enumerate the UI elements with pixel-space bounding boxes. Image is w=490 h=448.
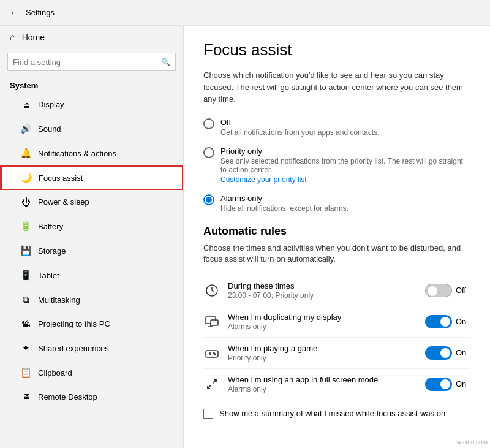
sidebar-item-tablet[interactable]: 📱 Tablet	[0, 263, 183, 287]
toggle-game[interactable]	[425, 346, 452, 360]
rule-text-game: When I'm playing a game Priority only	[228, 344, 425, 362]
sidebar-item-focus[interactable]: 🌙 Focus assist	[0, 165, 183, 190]
sidebar: ⌂ Home 🔍 System 🖥 Display 🔊 Sound 🔔 Noti…	[0, 26, 184, 448]
svg-rect-5	[206, 351, 218, 357]
remote-icon: 🖥	[20, 392, 32, 402]
summary-checkbox[interactable]	[203, 409, 213, 419]
sidebar-item-battery[interactable]: 🔋 Battery	[0, 214, 183, 238]
rules-list: During these times 23:00 - 07:00; Priori…	[203, 275, 470, 400]
sidebar-item-display[interactable]: 🖥 Display	[0, 93, 183, 116]
radio-link-priority[interactable]: Customize your priority list	[221, 175, 470, 184]
svg-rect-4	[211, 320, 218, 325]
fullscreen-icon	[203, 376, 221, 393]
radio-alarms[interactable]	[203, 194, 214, 205]
checkbox-row: Show me a summary of what I missed while…	[203, 408, 470, 419]
sidebar-home[interactable]: ⌂ Home	[0, 26, 183, 49]
notifications-icon: 🔔	[20, 148, 32, 159]
radio-label-priority: Priority only	[221, 146, 470, 156]
rule-text-fullscreen: When I'm using an app in full screen mod…	[228, 375, 425, 393]
sidebar-item-label-tablet: Tablet	[38, 271, 59, 280]
sidebar-item-label-shared: Shared experiences	[38, 344, 109, 353]
rule-name-duplicating: When I'm duplicating my display	[228, 313, 425, 322]
page-title: Focus assist	[203, 40, 470, 59]
radio-sublabel-priority: See only selected notifications from the…	[221, 157, 470, 174]
toggle-label-times: Off	[456, 286, 470, 295]
duplicating-icon	[203, 313, 221, 330]
tablet-icon: 📱	[20, 270, 32, 281]
rule-name-times: During these times	[228, 281, 425, 290]
sidebar-item-label-projecting: Projecting to this PC	[38, 319, 110, 328]
sidebar-item-label-notifications: Notifications & actions	[38, 149, 116, 158]
svg-point-9	[214, 354, 216, 355]
main-layout: ⌂ Home 🔍 System 🖥 Display 🔊 Sound 🔔 Noti…	[0, 26, 490, 448]
times-icon	[203, 282, 221, 299]
radio-label-off: Off	[221, 118, 379, 127]
toggle-times[interactable]	[425, 284, 452, 297]
radio-off[interactable]	[203, 118, 214, 129]
checkbox-label: Show me a summary of what I missed while…	[219, 408, 445, 419]
radio-text-off: OffGet all notifications from your apps …	[221, 118, 379, 137]
sidebar-items-list: 🖥 Display 🔊 Sound 🔔 Notifications & acti…	[0, 93, 183, 409]
sidebar-item-label-remote: Remote Desktop	[38, 392, 97, 401]
back-button[interactable]: ←	[10, 8, 18, 18]
toggle-label-fullscreen: On	[456, 379, 470, 389]
radio-option-priority: Priority onlySee only selected notificat…	[203, 146, 470, 184]
sidebar-item-clipboard[interactable]: 📋 Clipboard	[0, 360, 183, 385]
radio-priority[interactable]	[203, 147, 214, 158]
rule-row-fullscreen: When I'm using an app in full screen mod…	[203, 368, 470, 400]
rule-text-times: During these times 23:00 - 07:00; Priori…	[228, 281, 425, 300]
rule-toggle-area-game: On	[425, 346, 470, 360]
sidebar-item-label-focus: Focus assist	[39, 173, 83, 183]
sidebar-item-power[interactable]: ⏻ Power & sleep	[0, 190, 183, 214]
sidebar-item-multitasking[interactable]: ⧉ Multitasking	[0, 287, 183, 312]
toggle-label-game: On	[456, 348, 470, 357]
toggle-label-duplicating: On	[456, 317, 470, 326]
toggle-duplicating[interactable]	[425, 315, 452, 328]
rule-toggle-area-duplicating: On	[425, 315, 470, 328]
automatic-rules-description: Choose the times and activities when you…	[203, 243, 470, 265]
radio-sublabel-off: Get all notifications from your apps and…	[221, 128, 379, 137]
radio-options: OffGet all notifications from your apps …	[203, 118, 470, 213]
svg-point-8	[213, 352, 214, 354]
radio-sublabel-alarms: Hide all notifications, except for alarm…	[221, 204, 349, 213]
content-area: Focus assist Choose which notification y…	[184, 26, 490, 448]
sidebar-item-label-sound: Sound	[38, 124, 61, 134]
rule-sub-fullscreen: Alarms only	[228, 385, 425, 393]
sidebar-section-title: System	[0, 77, 183, 93]
window-title: Settings	[26, 8, 55, 17]
sidebar-item-storage[interactable]: 💾 Storage	[0, 238, 183, 263]
rule-sub-times: 23:00 - 07:00; Priority only	[228, 291, 425, 300]
sound-icon: 🔊	[20, 123, 32, 134]
search-input[interactable]	[13, 58, 161, 67]
rule-text-duplicating: When I'm duplicating my display Alarms o…	[228, 313, 425, 331]
rule-name-game: When I'm playing a game	[228, 344, 425, 353]
rule-row-times: During these times 23:00 - 07:00; Priori…	[203, 275, 470, 306]
sidebar-item-projecting[interactable]: 📽 Projecting to this PC	[0, 312, 183, 336]
clipboard-icon: 📋	[20, 367, 32, 378]
automatic-rules-title: Automatic rules	[203, 225, 470, 238]
watermark: wsxdn.com	[457, 439, 488, 446]
rule-toggle-area-times: Off	[425, 284, 470, 297]
toggle-fullscreen[interactable]	[425, 378, 452, 391]
search-icon: 🔍	[161, 58, 170, 66]
home-icon: ⌂	[10, 32, 16, 43]
sidebar-item-label-battery: Battery	[38, 222, 63, 231]
sidebar-item-label-storage: Storage	[38, 246, 66, 256]
page-description: Choose which notification you'd like to …	[203, 69, 470, 105]
multitasking-icon: ⧉	[20, 294, 32, 305]
sidebar-item-sound[interactable]: 🔊 Sound	[0, 116, 183, 141]
power-icon: ⏻	[20, 197, 32, 207]
home-label: Home	[22, 32, 45, 42]
shared-icon: ✦	[20, 343, 32, 354]
rule-sub-duplicating: Alarms only	[228, 322, 425, 331]
search-box[interactable]: 🔍	[7, 53, 176, 71]
sidebar-item-label-multitasking: Multitasking	[38, 295, 80, 305]
battery-icon: 🔋	[20, 221, 32, 232]
focus-icon: 🌙	[20, 172, 32, 183]
sidebar-item-shared[interactable]: ✦ Shared experiences	[0, 336, 183, 360]
sidebar-item-notifications[interactable]: 🔔 Notifications & actions	[0, 141, 183, 165]
rule-sub-game: Priority only	[228, 354, 425, 362]
sidebar-item-label-clipboard: Clipboard	[38, 368, 72, 378]
sidebar-item-remote[interactable]: 🖥 Remote Desktop	[0, 385, 183, 409]
rule-toggle-area-fullscreen: On	[425, 378, 470, 391]
